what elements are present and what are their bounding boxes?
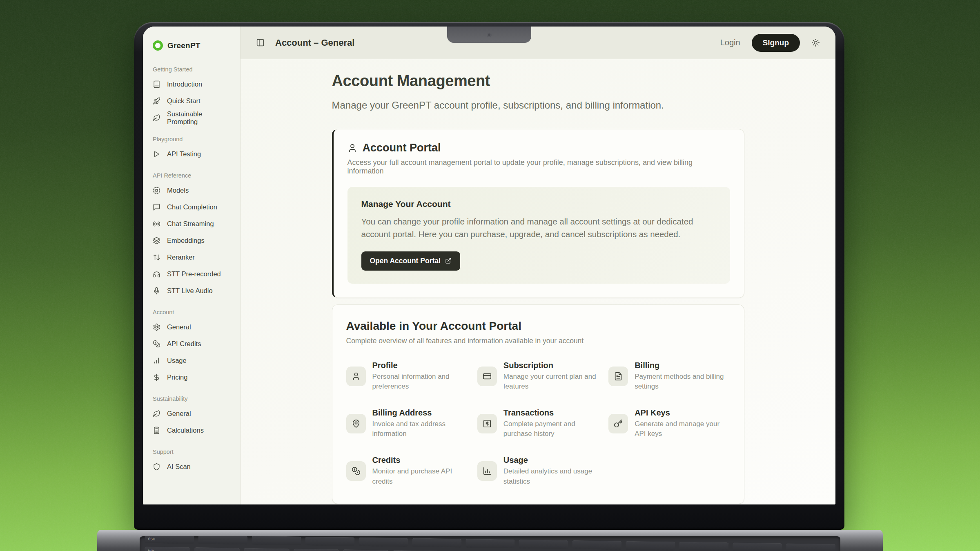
keyboard-key bbox=[572, 540, 621, 550]
shield-icon bbox=[153, 463, 160, 471]
sidebar-item-sustainable-prompting[interactable]: Sustainable Prompting bbox=[143, 109, 240, 126]
sidebar-section-label: Getting Started bbox=[143, 66, 240, 73]
keyboard-key bbox=[293, 549, 339, 551]
portal-feature-credits: CreditsMonitor and purchase API credits bbox=[346, 455, 468, 487]
feature-title: Usage bbox=[503, 455, 599, 465]
brand-logo[interactable]: GreenPT bbox=[143, 27, 240, 56]
rocket-icon bbox=[153, 97, 160, 105]
sidebar-section-label: Support bbox=[143, 449, 240, 455]
feature-title: Credits bbox=[372, 455, 468, 465]
sidebar-item-chat-completion[interactable]: Chat Completion bbox=[143, 199, 240, 216]
sidebar-section-label: Playground bbox=[143, 136, 240, 142]
manage-account-box: Manage Your Account You can change your … bbox=[347, 187, 730, 284]
sidebar-item-embeddings[interactable]: Embeddings bbox=[143, 232, 240, 249]
feature-description: Manage your current plan and features bbox=[503, 372, 599, 392]
map-pin-icon bbox=[346, 414, 366, 433]
key-icon bbox=[608, 414, 628, 433]
login-link[interactable]: Login bbox=[720, 38, 740, 47]
sidebar: GreenPT Getting StartedIntroductionQuick… bbox=[143, 27, 241, 504]
sidebar-item-api-credits[interactable]: API Credits bbox=[143, 335, 240, 352]
feature-description: Monitor and purchase API credits bbox=[372, 467, 468, 487]
sidebar-item-quick-start[interactable]: Quick Start bbox=[143, 93, 240, 109]
open-account-portal-label: Open Account Portal bbox=[370, 257, 441, 265]
sidebar-section-getting-started: Getting StartedIntroductionQuick StartSu… bbox=[143, 66, 240, 126]
features-grid: ProfilePersonal information and preferen… bbox=[346, 361, 730, 487]
sidebar-section-playground: PlaygroundAPI Testing bbox=[143, 136, 240, 162]
brand-name: GreenPT bbox=[167, 41, 200, 50]
play-icon bbox=[153, 150, 160, 158]
leaf-icon bbox=[153, 114, 160, 122]
keyboard-key bbox=[343, 549, 389, 551]
features-card: Available in Your Account Portal Complet… bbox=[332, 304, 744, 504]
sidebar-item-calculations[interactable]: Calculations bbox=[143, 422, 240, 439]
feature-title: Transactions bbox=[503, 408, 599, 418]
feature-title: Profile bbox=[372, 361, 468, 370]
portal-feature-subscription: SubscriptionManage your current plan and… bbox=[477, 361, 599, 392]
keyboard-key: tab bbox=[145, 547, 190, 551]
sidebar-item-label: Quick Start bbox=[167, 97, 200, 105]
sidebar-item-label: Calculations bbox=[167, 427, 204, 434]
sidebar-section-label: API Reference bbox=[143, 172, 240, 179]
keyboard-key bbox=[519, 540, 568, 549]
portal-feature-api-keys: API KeysGenerate and manage your API key… bbox=[608, 408, 730, 439]
feature-description: Complete payment and purchase history bbox=[503, 419, 599, 439]
sidebar-item-label: Chat Completion bbox=[167, 203, 217, 211]
calculator-icon bbox=[153, 427, 160, 434]
keyboard-key bbox=[786, 543, 835, 551]
sidebar-item-chat-streaming[interactable]: Chat Streaming bbox=[143, 216, 240, 232]
laptop-screen: GreenPT Getting StartedIntroductionQuick… bbox=[143, 27, 835, 504]
sidebar-item-label: Usage bbox=[167, 357, 187, 364]
sidebar-item-label: Introduction bbox=[167, 80, 202, 88]
leaf-icon bbox=[153, 410, 160, 418]
sidebar-item-stt-live-audio[interactable]: STT Live Audio bbox=[143, 282, 240, 299]
account-portal-description: Access your full account management port… bbox=[347, 158, 730, 176]
portal-feature-profile: ProfilePersonal information and preferen… bbox=[346, 361, 468, 392]
portal-feature-usage: UsageDetailed analytics and usage statis… bbox=[477, 455, 599, 487]
coins-icon bbox=[153, 340, 160, 348]
sidebar-item-general[interactable]: General bbox=[143, 405, 240, 422]
page-breadcrumb-title: Account – General bbox=[275, 38, 354, 48]
open-account-portal-button[interactable]: Open Account Portal bbox=[361, 251, 460, 271]
sidebar-section-account: AccountGeneralAPI CreditsUsagePricing bbox=[143, 309, 240, 386]
sidebar-item-pricing[interactable]: Pricing bbox=[143, 369, 240, 386]
sidebar-item-general[interactable]: General bbox=[143, 319, 240, 335]
feature-title: Billing Address bbox=[372, 408, 468, 418]
content-area: Account Management Manage your GreenPT a… bbox=[241, 59, 835, 504]
sidebar-item-models[interactable]: Models bbox=[143, 182, 240, 199]
portal-feature-billing: BillingPayment methods and billing setti… bbox=[608, 361, 730, 392]
credit-card-icon bbox=[477, 367, 497, 386]
sidebar-item-label: API Testing bbox=[167, 150, 201, 158]
book-icon bbox=[153, 80, 160, 88]
account-portal-header: Account Portal bbox=[347, 142, 730, 154]
panel-left-icon[interactable] bbox=[256, 38, 265, 47]
sidebar-item-ai-scan[interactable]: AI Scan bbox=[143, 458, 240, 475]
laptop-base: esctab bbox=[97, 530, 883, 551]
feature-text: TransactionsComplete payment and purchas… bbox=[503, 408, 599, 439]
keyboard-key: esc bbox=[145, 536, 194, 544]
sidebar-item-label: Reranker bbox=[167, 253, 195, 261]
feature-text: UsageDetailed analytics and usage statis… bbox=[503, 455, 599, 487]
sidebar-item-stt-pre-recorded[interactable]: STT Pre-recorded bbox=[143, 266, 240, 282]
sidebar-item-api-testing[interactable]: API Testing bbox=[143, 146, 240, 162]
sidebar-item-label: Models bbox=[167, 187, 189, 194]
sidebar-item-reranker[interactable]: Reranker bbox=[143, 249, 240, 266]
sidebar-section-support: SupportAI Scan bbox=[143, 449, 240, 475]
sidebar-item-label: STT Live Audio bbox=[167, 287, 213, 295]
keyboard-key bbox=[466, 539, 515, 549]
feature-text: BillingPayment methods and billing setti… bbox=[635, 361, 730, 392]
keyboard-key bbox=[198, 536, 247, 545]
sidebar-item-label: General bbox=[167, 323, 191, 331]
sidebar-item-label: Chat Streaming bbox=[167, 220, 214, 228]
dollar-square-icon bbox=[477, 414, 497, 433]
sidebar-item-usage[interactable]: Usage bbox=[143, 352, 240, 369]
signup-button[interactable]: Signup bbox=[752, 34, 800, 52]
keyboard-key bbox=[252, 536, 301, 546]
feature-description: Payment methods and billing settings bbox=[635, 372, 730, 392]
sidebar-item-label: Sustainable Prompting bbox=[167, 110, 230, 126]
topbar: Account – General Login Signup bbox=[241, 27, 835, 59]
sidebar-item-introduction[interactable]: Introduction bbox=[143, 76, 240, 93]
sun-icon[interactable] bbox=[811, 38, 820, 47]
keyboard-key bbox=[305, 537, 354, 547]
feature-description: Generate and manage your API keys bbox=[635, 419, 730, 439]
external-link-icon bbox=[445, 258, 452, 264]
